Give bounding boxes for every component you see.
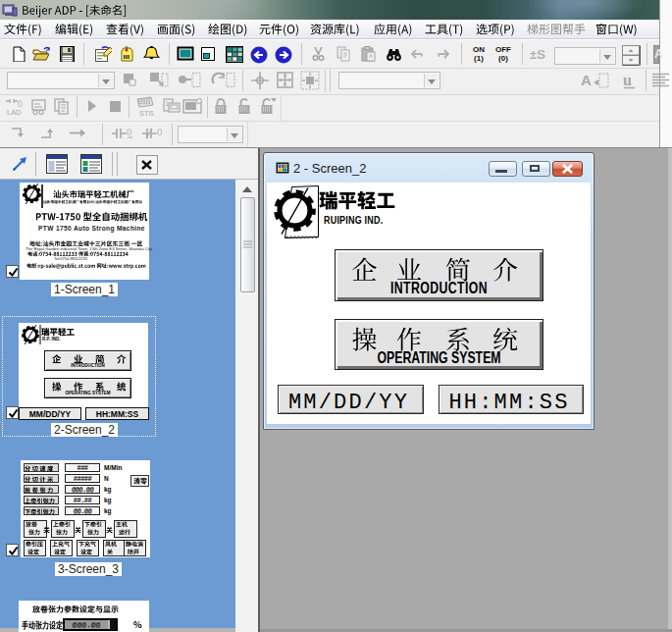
svg-text:u: u — [623, 72, 632, 88]
svg-text:STS: STS — [139, 109, 154, 117]
svg-text:(): () — [127, 127, 132, 135]
svg-text:(): () — [18, 99, 23, 107]
svg-text:LAD: LAD — [7, 108, 22, 116]
svg-text:A: A — [581, 72, 592, 88]
svg-text:(): () — [157, 127, 163, 135]
svg-text:1: 1 — [165, 100, 169, 107]
